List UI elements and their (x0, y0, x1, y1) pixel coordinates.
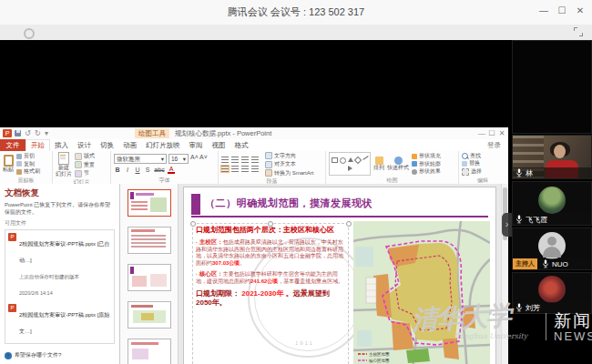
group-label-editing: 编辑 (459, 177, 506, 184)
shape-outline-button[interactable]: 形状轮廓 (412, 161, 441, 167)
indent-decrease-icon[interactable] (241, 157, 249, 163)
selection-handle[interactable] (268, 221, 273, 227)
align-text-button[interactable]: 对齐文本 (265, 161, 313, 168)
indent-increase-icon[interactable] (251, 157, 259, 163)
font-name-select[interactable]: 微软雅黑▾ (114, 154, 167, 164)
smartart-icon (265, 169, 272, 177)
bullets-icon[interactable] (221, 157, 229, 163)
replace-button[interactable]: 替换 (462, 160, 482, 167)
minimize-button[interactable]: — (537, 5, 550, 15)
slide-thumbnail[interactable] (128, 264, 171, 291)
align-center-icon[interactable] (231, 166, 239, 172)
selection-handle[interactable] (190, 221, 196, 227)
ppt-file-icon (8, 233, 16, 241)
microphone-icon (542, 259, 549, 268)
strikethrough-button[interactable]: abc (154, 167, 165, 173)
legend-item-1: 主校区范围 (369, 351, 390, 357)
video-tile-lin[interactable]: 林 (512, 135, 592, 179)
grow-font-icon[interactable]: A˄ (190, 154, 198, 164)
recovery-file-list: 2校园规划方案审议-PPT稿.pptx [已自动…] 上次自动保存时创建的版本 … (5, 229, 115, 344)
arrange-button[interactable]: 排列 (373, 157, 384, 171)
video-tile-camera-off[interactable] (512, 40, 592, 134)
slide-thumbnail[interactable] (128, 227, 171, 254)
font-color-button[interactable]: A (168, 166, 175, 174)
tab-review[interactable]: 审阅 (185, 139, 208, 151)
slide-text-box[interactable]: 口规划范围包括两个层次：主校区和核心区 · 主校区：包括成府路及双清路以北，荷清… (192, 223, 349, 364)
select-button[interactable]: 选择 (462, 168, 482, 176)
cut-button[interactable]: 剪切 (16, 153, 40, 159)
ppt-close-button[interactable]: ✕ (497, 129, 506, 137)
section-icon (75, 170, 82, 177)
powerpoint-icon (3, 129, 12, 137)
tab-home[interactable]: 开始 (26, 139, 50, 152)
shrink-font-icon[interactable]: A˅ (199, 154, 207, 164)
recovery-file-item[interactable]: 2校园规划方案审议-PPT稿.pptx [原始文…] 上次用户保存文件时创建的版… (8, 304, 111, 344)
slide[interactable]: （二）明确规划范围，摸清发展现状 1911 口规划范围包括两个层次：主校区和核心… (184, 187, 495, 364)
video-tile-liufang[interactable]: 刘芳 (512, 272, 592, 314)
copy-button[interactable]: 复制 (16, 161, 40, 167)
tencent-meeting-window: 腾讯会议 会议号 : 123 502 317 — ☐ ✕ 绘图工具 规划核心数据… (0, 0, 592, 364)
slide-title-rule (191, 216, 488, 217)
tab-animations[interactable]: 动画 (118, 139, 141, 151)
video-tile-feifeixia[interactable]: 飞飞霞 (512, 181, 592, 226)
drawing-tools-context-tab[interactable]: 绘图工具 (135, 128, 169, 138)
tab-view[interactable]: 视图 (208, 139, 230, 151)
tab-design[interactable]: 设计 (73, 139, 96, 151)
ppt-minimize-button[interactable]: — (477, 129, 486, 137)
shape-fill-button[interactable]: 形状填充 (412, 153, 441, 159)
tab-file[interactable]: 文件 (0, 139, 26, 151)
slide-thumbnail[interactable] (128, 189, 171, 217)
collapse-sidebar-button[interactable] (502, 213, 512, 237)
recovery-file-item[interactable]: 2校园规划方案审议-PPT稿.pptx [已自动…] 上次自动保存时创建的版本 … (8, 233, 111, 298)
save-icon[interactable] (15, 130, 21, 136)
smartart-button[interactable]: 转换为 SmartArt (265, 169, 313, 177)
text-shadow-button[interactable]: S (144, 167, 151, 173)
layout-button[interactable]: 版式 (75, 153, 95, 160)
quick-styles-button[interactable]: 快速样式 (387, 157, 409, 171)
tab-insert[interactable]: 插入 (50, 139, 73, 151)
find-button[interactable]: 查找 (462, 153, 482, 159)
section-button[interactable]: 节 (75, 170, 95, 177)
ppt-maximize-button[interactable]: ☐ (487, 129, 496, 137)
numbering-icon[interactable] (231, 157, 239, 163)
undo-icon[interactable] (25, 129, 31, 137)
participant-name-label: 飞飞霞 (513, 214, 591, 225)
settings-icon[interactable] (24, 28, 35, 39)
rectangle-shape-icon (332, 157, 338, 163)
recovery-question-row: 希望保存哪个文件? (5, 351, 115, 359)
ribbon-group-clipboard: 粘贴 剪切 复制 格式刷 剪贴板 (0, 151, 53, 184)
fullscreen-icon[interactable] (574, 27, 583, 36)
align-right-icon[interactable] (241, 166, 249, 172)
tab-transitions[interactable]: 切换 (96, 139, 118, 151)
selection-handle[interactable] (346, 221, 352, 227)
video-tile-nuo[interactable]: 主持人 NUO (512, 228, 592, 270)
shape-effects-icon (412, 169, 417, 175)
italic-button[interactable]: I (124, 167, 131, 173)
shapes-gallery[interactable] (329, 152, 371, 176)
slide-thumbnail[interactable] (128, 301, 171, 329)
format-painter-button[interactable]: 格式刷 (16, 168, 40, 175)
paste-button[interactable]: 粘贴 (3, 155, 14, 173)
ribbon-group-paragraph: 文字方向 对齐文本 转换为 SmartArt 段落 (219, 151, 326, 184)
tab-slideshow[interactable]: 幻灯片放映 (141, 139, 185, 151)
bold-button[interactable]: B (114, 167, 121, 173)
triangle-shape-icon (348, 157, 353, 162)
tab-format[interactable]: 格式 (230, 139, 253, 151)
slide-thumbnail[interactable] (128, 339, 171, 364)
format-painter-icon (16, 169, 22, 175)
text-direction-button[interactable]: 文字方向 (265, 152, 313, 159)
new-slide-button[interactable]: 新建幻灯片 (56, 152, 72, 177)
quick-access-dropdown-icon[interactable] (45, 129, 48, 137)
align-left-icon[interactable] (221, 166, 229, 172)
underline-button[interactable]: U (134, 167, 141, 173)
font-size-select[interactable]: 16▾ (168, 154, 189, 164)
shape-effects-button[interactable]: 形状效果 (412, 168, 441, 175)
slide-item-main-campus: · 主校区：包括成府路及双清路以北，荷清路以东，中关村东路和清华东路以西围合范围… (196, 238, 345, 267)
slide-title-block (191, 194, 200, 215)
redo-icon[interactable] (35, 129, 41, 137)
maximize-button[interactable]: ☐ (556, 5, 568, 15)
reset-button[interactable]: 重置 (75, 161, 95, 168)
close-button[interactable]: ✕ (574, 5, 587, 15)
justify-icon[interactable] (251, 166, 259, 172)
sign-in-label[interactable]: 登录 (487, 139, 501, 151)
